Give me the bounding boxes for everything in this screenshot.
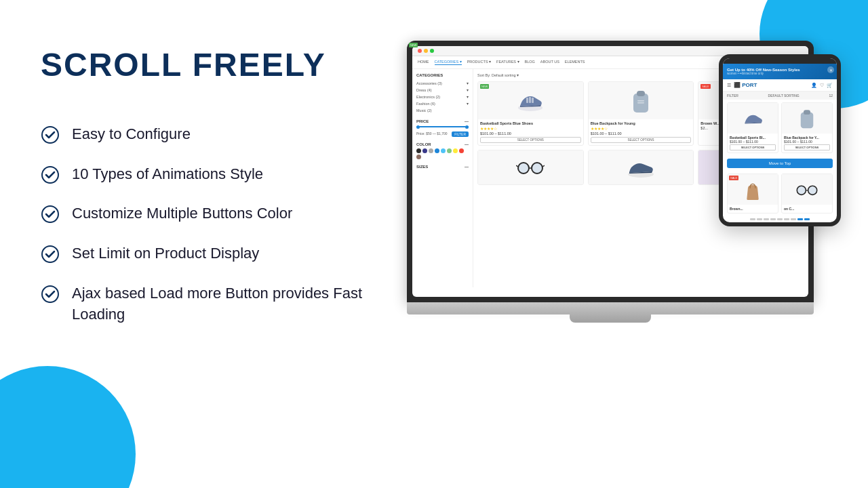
phone-product-grid-2: SALE Brown... [723,171,837,216]
phone-content: Get Up to 40% Off New-Season Styles wome… [723,64,837,222]
nav-link-home[interactable]: HOME [418,60,429,65]
price-slider[interactable] [416,126,469,127]
cart-icon[interactable]: 🛒 [827,83,833,88]
color-swatch[interactable] [422,148,427,153]
product-stars: ★★★★☆ [591,126,692,131]
phone-filter-bar: FILTER DEFAULT SORTING 12 [723,92,837,100]
color-swatch[interactable] [447,148,452,153]
list-item: Ajax based Load more Button provides Fas… [41,283,393,325]
product-card: Blue Backpack for Young ★★★★☆ $101.00 – … [588,81,694,146]
nav-link-categories[interactable]: CATEGORIES ▾ [435,60,462,65]
svg-point-15 [532,163,542,174]
phone-notch [723,58,837,64]
product-price: $101.00 – $111.00 [480,131,581,136]
svg-point-0 [42,127,58,143]
sidebar-item[interactable]: Music (2) [416,107,469,114]
browser-dots [418,49,434,53]
product-badge: NEW [480,84,489,89]
select-options-button[interactable]: SELECT OPTIONS [591,137,692,143]
page-title: SCROLL FREELY [41,47,393,83]
phone-logo: ⬛ PORT [734,82,757,88]
laptop-stand [570,314,651,323]
product-image: NEW [478,82,583,119]
price-range-text: Price: $50 — $1,700 [416,131,448,136]
svg-point-14 [518,163,529,174]
glasses-icon [516,160,545,175]
phone-product-image [782,174,832,205]
phone-select-button[interactable]: SELECT OPTIONS [730,144,776,150]
nav-link-features[interactable]: FEATURES ▾ [496,60,519,65]
product-image [589,82,694,119]
product-image [589,150,694,184]
user-icon[interactable]: 👤 [811,83,817,88]
categories-title: CATEGORIES [416,73,469,77]
color-swatch[interactable] [453,148,458,153]
phone-count[interactable]: 12 [829,94,833,98]
wishlist-icon[interactable]: ♡ [820,83,824,88]
product-info: Basketball Sports Blue Shoes ★★★★☆ $101.… [478,119,583,145]
color-section: COLOR — [416,142,469,159]
categories-section: CATEGORIES Accessories (3) ▾ Dress (4) ▾… [416,73,469,114]
phone-banner-close[interactable]: ✕ [827,66,834,73]
sidebar-item[interactable]: Electronics (2) ▾ [416,94,469,100]
phone-nav-left: ☰ ⬛ PORT [727,82,757,88]
phone-filter-button[interactable]: FILTER [727,94,738,98]
svg-rect-6 [526,98,528,103]
list-item: Easy to Configure [41,124,393,145]
nav-link-about[interactable]: ABOUT US [540,60,559,65]
color-swatch[interactable] [416,148,421,153]
laptop-base [407,302,814,314]
glasses-icon-small [795,184,819,196]
sidebar-item[interactable]: Dress (4) ▾ [416,87,469,94]
color-swatch[interactable] [435,148,439,153]
phone-product-card: on C... [781,174,833,214]
pagination-dot[interactable] [764,218,769,220]
pagination-dot-active[interactable] [804,218,810,220]
phone-product-price: $101.00 – $111.00 [730,140,776,144]
pagination-dot[interactable] [777,218,783,220]
pagination-dot-active[interactable] [797,218,803,220]
site-sidebar: CATEGORIES Accessories (3) ▾ Dress (4) ▾… [412,69,473,287]
sidebar-item[interactable]: Fashion (6) ▾ [416,100,469,107]
color-swatch[interactable] [429,148,433,153]
phone-nav-icons: 👤 ♡ 🛒 [811,83,833,88]
price-title: PRICE — [416,119,469,123]
backpack-icon [628,87,654,115]
pagination-dot[interactable] [757,218,762,220]
price-filter-row: Price: $50 — $1,700 FILTER [416,130,469,137]
svg-rect-8 [532,98,534,103]
pagination-dot[interactable] [750,218,755,220]
color-swatch[interactable] [416,155,421,159]
color-swatch[interactable] [459,148,464,153]
pagination-dot[interactable] [784,218,789,220]
phone-banner-sub: women • ••limited time only [727,72,833,75]
feature-text: Set Limit on Product Display [72,243,259,264]
move-to-top-button[interactable]: Move to Top [727,159,833,168]
nav-link-products[interactable]: PRODUCTS ▾ [467,60,491,65]
color-swatches [416,148,469,159]
phone-sorting[interactable]: DEFAULT SORTING [768,94,800,98]
shoe-icon [517,89,544,113]
check-icon [41,165,60,184]
pagination-dot[interactable] [791,218,796,220]
hamburger-icon[interactable]: ☰ [727,83,731,88]
pagination-dot[interactable] [770,218,776,220]
handbag-icon-small [743,178,763,202]
color-swatch[interactable] [441,148,446,153]
nav-link-elements[interactable]: ELEMENTS [565,60,585,65]
select-options-button[interactable]: SELECT OPTIONS [480,137,581,143]
nav-link-blog[interactable]: BLOG [525,60,535,65]
product-stars: ★★★★☆ [480,126,581,131]
phone-product-grid: Basketball Sports Bl... $101.00 – $111.0… [723,100,837,156]
phone-banner: Get Up to 40% Off New-Season Styles wome… [723,64,837,79]
filter-button[interactable]: FILTER [452,131,469,137]
nav-links: HOME CATEGORIES ▾ PRODUCTS ▾ FEATURES ▾ … [418,60,585,65]
left-panel: SCROLL FREELY Easy to Configure [41,41,393,325]
loafer-icon [627,157,655,178]
phone-product-info: Brown... [728,205,778,213]
phone-product-badge: SALE [729,176,738,180]
svg-point-2 [42,206,58,222]
sidebar-item[interactable]: Accessories (3) ▾ [416,80,469,87]
product-badge: SALE [701,84,710,89]
phone-select-button[interactable]: SELECT OPTIONS [784,144,830,150]
